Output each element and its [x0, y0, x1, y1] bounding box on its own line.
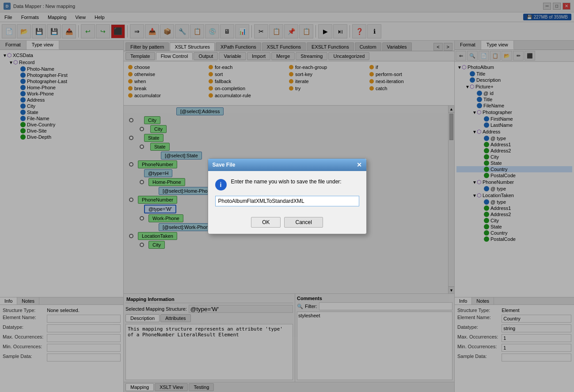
dialog-info-row: i Enter the name you wish to save the fi…	[215, 178, 359, 190]
dialog-ok-button[interactable]: OK	[251, 217, 281, 228]
dialog-title-text: Save File	[213, 162, 236, 168]
dialog-filename-input[interactable]	[215, 196, 359, 206]
dialog-cancel-button[interactable]: Cancel	[284, 217, 323, 228]
dialog-title-bar: Save File ✕	[208, 159, 366, 171]
dialog-info-icon: i	[215, 179, 227, 190]
dialog-buttons: OK Cancel	[208, 213, 366, 234]
save-dialog: Save File ✕ i Enter the name you wish to…	[208, 158, 367, 234]
dialog-body: i Enter the name you wish to save the fi…	[208, 171, 366, 213]
dialog-overlay: Save File ✕ i Enter the name you wish to…	[0, 0, 574, 392]
dialog-close-button[interactable]: ✕	[357, 161, 362, 168]
dialog-info-text: Enter the name you wish to save the file…	[231, 178, 342, 186]
